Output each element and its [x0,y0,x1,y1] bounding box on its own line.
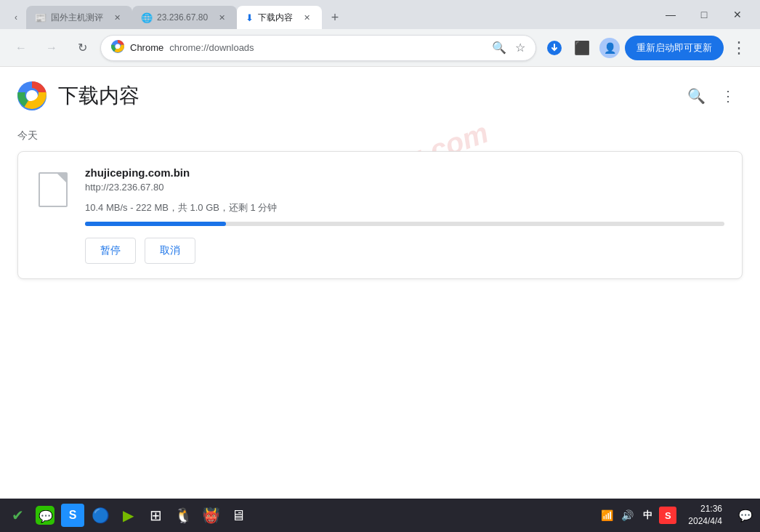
download-actions: 暂停 取消 [85,238,724,264]
taskbar: ✔ 💬 S 🔵 ▶ ⊞ 🐧 👹 🖥 📶 🔊 中 S 21:36 2024/4/4… [0,499,760,532]
back-button[interactable]: ← [9,36,33,60]
tray-icons: 📶 🔊 中 S [598,507,676,524]
svg-text:💬: 💬 [39,509,53,523]
profile-icon[interactable]: 👤 [597,36,622,60]
tab-2-title: 23.236.67.80 [157,12,208,23]
page-header: 下载内容 🔍 ⋮ [0,67,760,118]
nav-right: ⬛ 👤 重新启动即可更新 ⋮ [542,36,751,60]
tab-2[interactable]: 🌐 23.236.67.80 ✕ [132,6,237,29]
taskbar-app-nvidia[interactable]: ▶ [116,504,140,527]
file-icon-wrap [36,166,70,207]
search-downloads-button[interactable]: 🔍 [682,81,711,110]
tab-scroll-left[interactable]: ‹ [6,6,26,29]
bookmark-icon[interactable]: ☆ [515,41,525,55]
site-name: Chrome [130,42,163,53]
cancel-button[interactable]: 取消 [145,238,195,264]
clock-time: 21:36 [688,503,722,515]
forward-button[interactable]: → [39,36,64,60]
taskbar-app-monster[interactable]: 👹 [199,504,222,527]
page-content: 下载内容 🔍 ⋮ zhujiceping.com 今天 zhujiceping.… [0,67,760,499]
address-bar[interactable]: Chrome chrome://downloads 🔍 ☆ [100,35,536,61]
tab-3-title: 下载内容 [258,12,293,24]
more-downloads-options[interactable]: ⋮ [713,81,743,110]
pause-button[interactable]: 暂停 [85,238,136,264]
download-item: zhujiceping.com.bin http://23.236.67.80 … [17,151,743,279]
tab-2-close[interactable]: ✕ [215,11,228,24]
chrome-logo [17,81,47,110]
extensions-icon[interactable]: ⬛ [570,36,594,60]
page-title: 下载内容 [58,82,140,110]
file-icon [39,172,68,207]
taskbar-app-s[interactable]: S [61,504,84,527]
taskbar-app-checkmark[interactable]: ✔ [6,504,29,527]
file-name: zhujiceping.com.bin [85,166,724,179]
file-url: http://23.236.67.80 [85,182,724,193]
tab-1-title: 国外主机测评 [51,12,103,24]
tray-extra-icon[interactable]: S [659,507,676,524]
notification-icon[interactable]: 💬 [737,507,754,524]
system-clock[interactable]: 21:36 2024/4/4 [682,503,728,528]
taskbar-app-bluetooth[interactable]: 🔵 [89,504,112,527]
tab-2-favicon: 🌐 [141,12,153,23]
tab-1-favicon: 📰 [35,12,47,23]
taskbar-app-grid[interactable]: ⊞ [144,504,167,527]
download-info: zhujiceping.com.bin http://23.236.67.80 … [85,166,724,264]
taskbar-app-display[interactable]: 🖥 [227,504,250,527]
title-bar: ‹ 📰 国外主机测评 ✕ 🌐 23.236.67.80 ✕ ⬇ 下载内容 ✕ +… [0,0,760,29]
page-header-actions: 🔍 ⋮ [682,81,743,110]
more-options-icon[interactable]: ⋮ [727,36,751,60]
clock-date: 2024/4/4 [688,515,722,528]
chrome-logo-icon [111,40,124,55]
new-tab-button[interactable]: + [322,6,348,29]
close-button[interactable]: ✕ [721,3,754,26]
profile-avatar[interactable]: 👤 [599,38,620,58]
tab-3[interactable]: ⬇ 下载内容 ✕ [237,6,322,29]
address-search-icon[interactable]: 🔍 [492,41,506,55]
refresh-button[interactable]: ↻ [70,36,94,60]
nav-bar: ← → ↻ Chrome chrome://downloads 🔍 ☆ ⬛ 👤 … [0,29,760,67]
tab-1-close[interactable]: ✕ [110,11,124,24]
progress-bar-background [85,222,724,226]
minimize-button[interactable]: — [654,3,687,26]
tab-1[interactable]: 📰 国外主机测评 ✕ [26,6,132,29]
system-tray: 📶 🔊 中 S 21:36 2024/4/4 💬 [598,503,754,528]
taskbar-app-penguin[interactable]: 🐧 [171,504,195,527]
maximize-button[interactable]: □ [687,3,721,26]
download-status: 10.4 MB/s - 222 MB，共 1.0 GB，还剩 1 分钟 [85,201,724,214]
downloads-icon[interactable] [542,36,567,60]
taskbar-app-wechat[interactable]: 💬 [33,504,57,527]
section-today: 今天 [17,129,743,142]
update-button[interactable]: 重新启动即可更新 [625,36,724,60]
downloads-list: zhujiceping.com 今天 zhujiceping.com.bin h… [0,118,760,499]
window-controls: — □ ✕ [654,3,754,29]
tray-volume-icon[interactable]: 🔊 [618,507,636,524]
tab-3-close[interactable]: ✕ [300,11,313,24]
progress-bar-fill [85,222,226,226]
tab-3-favicon: ⬇ [246,12,254,23]
tray-ime-icon[interactable]: 中 [639,507,656,524]
tray-wifi-icon[interactable]: 📶 [598,507,615,524]
url-text: chrome://downloads [169,42,254,53]
